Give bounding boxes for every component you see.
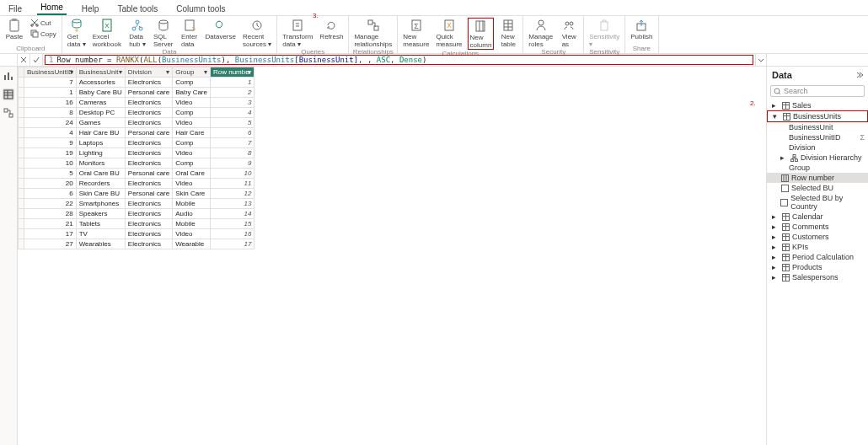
chevron-right-icon: ▸ [772, 243, 779, 251]
table-row[interactable]: 6Skin Care BUPersonal careSkin Care12 [19, 189, 255, 199]
fields-search-input[interactable]: Search [770, 85, 865, 97]
field-businessunitid[interactable]: BusinessUnitID Σ [767, 132, 868, 142]
table-row[interactable]: 28SpeakersElectronicsAudio14 [19, 209, 255, 219]
chevron-down-icon[interactable]: ▾ [68, 68, 75, 75]
table-row[interactable]: 17TVElectronicsVideo16 [19, 229, 255, 239]
cell-businessunit: Smartphones [76, 199, 125, 209]
data-table-area[interactable]: BusinessUnitID▾ BusinessUnit▾ Division▾ … [18, 67, 766, 445]
quick-measure-button[interactable]: Quick measure [434, 18, 463, 48]
sensitivity-icon [597, 19, 611, 32]
formula-cancel-button[interactable] [18, 54, 30, 66]
report-view-button[interactable] [3, 70, 14, 82]
tab-home[interactable]: Home [37, 1, 67, 15]
table-sales[interactable]: ▸ Sales [767, 100, 868, 110]
table-row[interactable]: 20RecordersElectronicsVideo11 [19, 179, 255, 189]
table-row[interactable]: 21TabletsElectronicsMobile15 [19, 219, 255, 229]
table-products[interactable]: ▸ Products [767, 262, 868, 272]
table-calendar[interactable]: ▸ Calendar [767, 212, 868, 222]
panel-collapse-button[interactable] [855, 71, 863, 79]
chevron-right-icon: ▸ [772, 233, 779, 241]
svg-rect-5 [33, 32, 38, 37]
svg-rect-32 [4, 109, 8, 112]
field-selected-bu-by-country[interactable]: Selected BU by Country [767, 193, 868, 212]
chevron-down-icon[interactable]: ▾ [246, 68, 253, 75]
table-row[interactable]: 27WearablesElectronicsWearable17 [19, 239, 255, 249]
cell-businessunit: Baby Care BU [76, 88, 125, 98]
recent-sources-button[interactable]: Recent sources ▾ [241, 18, 273, 48]
model-view-button[interactable] [3, 107, 14, 119]
tab-help[interactable]: Help [78, 3, 103, 15]
table-row[interactable]: 9LaptopsElectronicsComp7 [19, 138, 255, 148]
formula-expand-button[interactable] [755, 54, 766, 66]
col-header-division[interactable]: Division▾ [125, 67, 172, 78]
field-businessunit[interactable]: BusinessUnit [767, 122, 868, 132]
chevron-right-icon: ▸ [772, 253, 779, 261]
copy-button[interactable]: Copy [29, 29, 58, 39]
panel-title: Data [772, 70, 792, 80]
dataverse-button[interactable]: Dataverse [204, 18, 238, 40]
new-table-button[interactable]: New table [497, 18, 519, 48]
cell-row-number: 7 [210, 138, 254, 148]
field-division-hierarchy[interactable]: ▸ Division Hierarchy [767, 153, 868, 163]
measure-icon: Σ [410, 19, 423, 32]
cell-division: Personal care [125, 88, 172, 98]
table-comments[interactable]: ▸ Comments [767, 222, 868, 232]
col-header-group[interactable]: Group▾ [173, 67, 211, 78]
table-row[interactable]: 7AccessoriesElectronicsComp1 [19, 78, 255, 88]
manage-relationships-button[interactable]: Manage relationships [352, 18, 394, 48]
field-selected-bu[interactable]: Selected BU [767, 183, 868, 193]
cell-businessunitid: 9 [24, 138, 77, 148]
manage-roles-button[interactable]: Manage roles [527, 18, 555, 48]
sensitivity-button[interactable]: Sensitivity ▾ [587, 18, 621, 48]
table-row[interactable]: 24GamesElectronicsVideo5 [19, 118, 255, 128]
cell-businessunit: Oral Care BU [76, 169, 125, 179]
refresh-button[interactable]: Refresh [318, 18, 345, 40]
table-kpis[interactable]: ▸ KPIs [767, 242, 868, 252]
cut-button[interactable]: Cut [29, 18, 58, 28]
tab-column-tools[interactable]: Column tools [173, 3, 228, 15]
cell-division: Electronics [125, 138, 172, 148]
table-row[interactable]: 4Hair Care BUPersonal careHair Care6 [19, 128, 255, 138]
get-data-button[interactable]: Get data ▾ [66, 18, 88, 48]
formula-commit-button[interactable] [30, 54, 43, 66]
table-row[interactable]: 16CamerasElectronicsVideo3 [19, 98, 255, 108]
col-header-row-number[interactable]: Row number▾ [210, 67, 254, 78]
enter-data-icon [183, 19, 196, 32]
col-header-businessunit[interactable]: BusinessUnit▾ [76, 67, 125, 78]
field-row-number[interactable]: Row number [767, 173, 868, 183]
table-salespersons[interactable]: ▸ Salespersons [767, 272, 868, 282]
new-column-button[interactable]: New column [468, 18, 495, 50]
transform-data-button[interactable]: Transform data ▾ [281, 18, 314, 48]
publish-button[interactable]: Publish [629, 18, 654, 40]
field-division[interactable]: Division [767, 142, 868, 153]
excel-workbook-button[interactable]: X Excel workbook [91, 18, 123, 48]
chevron-down-icon[interactable]: ▾ [117, 68, 124, 75]
chevron-down-icon[interactable]: ▾ [164, 68, 171, 75]
paste-button[interactable]: Paste [3, 18, 25, 40]
table-icon [781, 101, 790, 110]
table-row[interactable]: 10MonitorsElectronicsComp9 [19, 158, 255, 169]
ribbon-group-share: Publish Share [625, 16, 658, 53]
enter-data-button[interactable]: Enter data [179, 18, 201, 48]
svg-text:X: X [104, 22, 110, 29]
data-view-button[interactable] [3, 88, 14, 100]
table-row[interactable]: 22SmartphonesElectronicsMobile13 [19, 199, 255, 209]
col-header-businessunitid[interactable]: BusinessUnitID▾ [24, 67, 77, 78]
table-businessunits[interactable]: ▾ BusinessUnits [767, 110, 868, 122]
table-period-calculation[interactable]: ▸ Period Calculation [767, 252, 868, 262]
chevron-down-icon[interactable]: ▾ [202, 68, 209, 75]
table-row[interactable]: 19LightingElectronicsVideo8 [19, 148, 255, 158]
sql-server-button[interactable]: SQL Server [152, 18, 175, 48]
cell-businessunitid: 16 [24, 98, 77, 108]
table-row[interactable]: 1Baby Care BUPersonal careBaby Care2 [19, 88, 255, 98]
formula-bar[interactable]: 1 Row number = RANKX(ALL(BusinessUnits),… [45, 55, 753, 65]
new-measure-button[interactable]: Σ New measure [401, 18, 431, 48]
table-row[interactable]: 5Oral Care BUPersonal careOral Care10 [19, 169, 255, 179]
view-as-button[interactable]: View as [558, 18, 580, 48]
table-customers[interactable]: ▸ Customers [767, 232, 868, 242]
table-row[interactable]: 8Desktop PCElectronicsComp4 [19, 108, 255, 118]
tab-file[interactable]: File [5, 3, 25, 15]
field-group[interactable]: Group [767, 163, 868, 173]
data-hub-button[interactable]: Data hub ▾ [126, 18, 148, 48]
tab-table-tools[interactable]: Table tools [114, 3, 161, 15]
